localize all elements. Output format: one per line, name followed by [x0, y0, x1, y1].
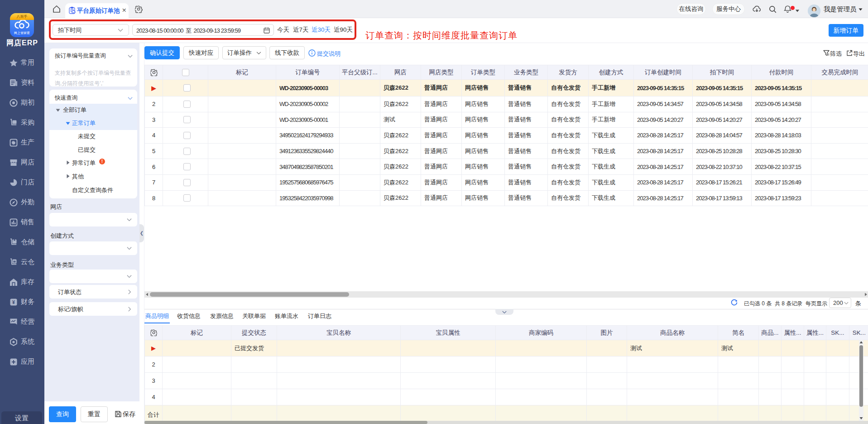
svg-text:¥: ¥ — [12, 299, 15, 305]
